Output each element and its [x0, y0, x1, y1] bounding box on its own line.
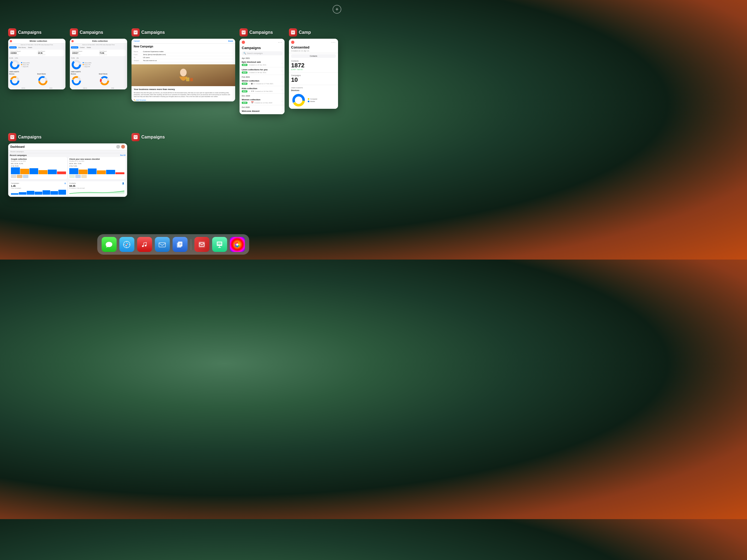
nc-hero-image: [131, 64, 235, 86]
kids-donut-chart: [71, 59, 82, 70]
dash-camp-sub: 4 last campaigns: [11, 187, 66, 189]
nc-edit-template-btn[interactable]: ✏️ Edit Template: [131, 99, 235, 101]
kids-legend-bounce-label: Bounce 17%: [84, 64, 91, 65]
dock-messages-icon[interactable]: [102, 237, 117, 252]
dash-contacts-label-text: Contacts: [69, 182, 76, 185]
dc-bar-7: [58, 190, 66, 195]
dock-music-icon[interactable]: [137, 237, 152, 252]
kids-stats-row: Delivered Report 100227 Emails Delivered…: [71, 50, 126, 56]
winter-icon-2: [253, 83, 255, 84]
svg-point-50: [236, 243, 238, 246]
kids-footer-stats: 318.41 4458: [70, 87, 127, 89]
delivered-value: 102882: [10, 52, 36, 54]
nc-done-btn[interactable]: Done: [228, 40, 233, 42]
svg-rect-31: [10, 135, 14, 139]
rw-campaigns-section: Campaigns 10: [289, 73, 338, 84]
campaigns-icon-4: [239, 28, 248, 36]
winter-collection-title: Winter collection: [13, 40, 64, 42]
kids-collection-window[interactable]: Kids collection Sent on 16 Feb 2021 • 08…: [70, 39, 127, 89]
nc-cancel-btn[interactable]: Cancel: [134, 40, 140, 42]
clw-close-btn[interactable]: [242, 41, 245, 44]
new-campaign-label-row: Campaigns: [131, 28, 235, 36]
camp-item-winter-left: Winter collection SENT • Created on 17 F…: [242, 80, 282, 85]
camp-item-welcome[interactable]: Welcome Aboard ›: [239, 109, 285, 114]
more-options-icon[interactable]: ···: [278, 41, 282, 44]
campaigns-list-window[interactable]: ··· Campaigns 🔍 Search campaigns Apr 202…: [239, 39, 285, 114]
rw-chart-legend: Computer Mobile: [308, 98, 317, 102]
kids-agents: USER AGENTS: [70, 71, 127, 73]
close-btn-1[interactable]: [10, 40, 12, 42]
new-campaign-window[interactable]: Cancel Done New Campaign Name Customer E…: [131, 39, 235, 101]
add-window-button[interactable]: +: [333, 5, 341, 14]
dock-photos-icon[interactable]: [230, 237, 245, 252]
couple-collection-card[interactable]: Couple collection Modified on 16 Jun 202…: [10, 157, 67, 179]
rw-close-btn[interactable]: [291, 41, 294, 44]
rw-divider-2: [289, 85, 338, 85]
camp-item-women[interactable]: Women collection SENT • 📅 Created on 12 …: [239, 97, 285, 105]
campaigns-icon-5: [289, 28, 297, 36]
bar-5: [48, 169, 57, 175]
clw-header: ···: [239, 39, 285, 45]
nc-field-value-subject: You are more to us: [143, 60, 157, 61]
tab-survey-1[interactable]: Zoho Survey: [17, 46, 26, 49]
dock-campaigns-icon[interactable]: [194, 237, 209, 252]
tab-summary-2[interactable]: Summary: [71, 46, 78, 49]
see-all-btn[interactable]: See All: [120, 154, 126, 156]
winter-collection-window[interactable]: Winter collection Sent on 17 Feb 2021 • …: [8, 39, 66, 89]
camp-item-kids-status-row: SENT • ✕✕ Created on 16 Feb 2021: [242, 90, 282, 92]
winter-subtitle: Sent on 17 Feb 2021 • 02:32 PM India Sta…: [8, 44, 66, 46]
thumb-1: [11, 175, 16, 178]
messages-svg-icon: [105, 240, 113, 249]
rw-campaigns-value: 10: [291, 77, 336, 83]
kids-sent-badge: SENT: [242, 90, 248, 92]
rw-agents-label: USER AGENTS: [291, 87, 336, 88]
svg-rect-25: [190, 78, 193, 81]
music-svg-icon: [140, 240, 149, 249]
season-thumbs: [69, 175, 124, 178]
rw-contacts-btn[interactable]: Contacts: [291, 54, 336, 58]
tab-summary-1[interactable]: Summary: [9, 46, 17, 49]
right-panel-window[interactable]: ··· Consented Created on 21 Apr 21 Conta…: [289, 39, 338, 109]
campaigns-list-content: ··· Campaigns 🔍 Search campaigns Apr 202…: [239, 39, 285, 114]
nc-fields: Name Customer Experience mailer From Jen…: [131, 49, 235, 63]
tab-details-2[interactable]: Details: [86, 46, 92, 49]
dock-mail-icon[interactable]: [155, 237, 170, 252]
kids-dot-unopen: [83, 66, 84, 67]
svg-rect-27: [291, 30, 295, 34]
tab-content-2[interactable]: Content: [79, 46, 85, 49]
email-clients-label-1: Email Clients: [37, 73, 65, 75]
rw-contacts-label: Contacts: [291, 60, 336, 62]
camp-item-kids[interactable]: Kids collection SENT • ✕✕ Created on 16 …: [239, 86, 285, 94]
rw-header: ···: [289, 39, 338, 45]
kids-legend-bounce: Bounce 17%: [83, 64, 92, 65]
dash-title: Dashboard: [10, 145, 25, 148]
footer-stat-1: 43723: [21, 87, 25, 89]
camp-item-linen[interactable]: Linen collections for you SENT Created o…: [239, 68, 285, 75]
rw-subtitle: Created on 21 Apr 21: [289, 50, 338, 53]
search-input-campaigns[interactable]: 🔍 Search campaigns: [242, 51, 282, 55]
winter-sent-badge: SENT: [242, 83, 248, 85]
close-btn-2[interactable]: [72, 40, 74, 42]
kids-sent-stat: Sent Report 73.8k Emails Opened: [100, 50, 125, 55]
camp-item-winter[interactable]: Winter collection SENT • Created on 17 F…: [239, 79, 285, 86]
sbar-3: [88, 168, 97, 174]
window-controls-1: [10, 40, 12, 42]
legend-dot-bounce: [21, 64, 22, 65]
kids-agents-label: USER AGENTS: [71, 71, 126, 73]
dock-safari-icon[interactable]: [119, 237, 134, 252]
dashboard-window[interactable]: Dashboard Recent campaigns Recent campai…: [8, 143, 127, 197]
tab-details-1[interactable]: Details: [27, 46, 33, 49]
season-pct-1: 27.5k: [69, 165, 73, 167]
kids-app-label: Campaigns: [80, 30, 103, 35]
dock-files-icon[interactable]: [173, 237, 187, 252]
legend-dot-unopen: [21, 66, 22, 67]
dock-keynote-icon[interactable]: [212, 237, 227, 252]
sent-value: 16.9k: [38, 52, 63, 54]
season-checklist-card[interactable]: Check your new season checklist Modified…: [68, 157, 126, 179]
rw-more-btn[interactable]: ···: [332, 41, 336, 44]
camp-item-epic[interactable]: Epic blockout sale SENT Created on 22 Ap…: [239, 60, 285, 68]
sthumb-3: [81, 175, 87, 178]
clw-close-dot: [242, 41, 244, 43]
nc-field-value-name: Customer Experience mailer: [143, 51, 164, 52]
kids-subtitle: Sent on 16 Feb 2021 • 08:15 PM India Sta…: [70, 44, 127, 46]
